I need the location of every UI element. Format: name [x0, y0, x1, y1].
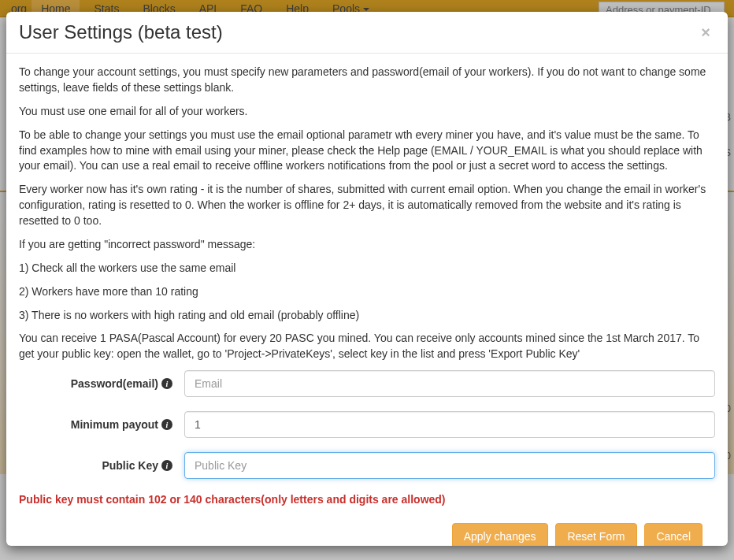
- modal-title: User Settings (beta test): [19, 21, 223, 43]
- intro-p9: You can receive 1 PASA(Pascal Account) f…: [19, 331, 715, 362]
- info-icon[interactable]: i: [161, 460, 172, 471]
- intro-p6: 1) Check all the workers use the same em…: [19, 261, 715, 276]
- pubkey-group: Public Key i: [19, 452, 715, 479]
- intro-p8: 3) There is no workers with high rating …: [19, 308, 715, 324]
- password-input[interactable]: [184, 370, 715, 397]
- intro-p7: 2) Workers have more than 10 rating: [19, 284, 715, 300]
- payout-group: Minimum payout i: [19, 411, 715, 438]
- payout-label: Minimum payout i: [19, 418, 184, 431]
- intro-p1: To change your account settings, you mus…: [19, 65, 715, 96]
- reset-button[interactable]: Reset Form: [555, 523, 636, 546]
- close-button[interactable]: ×: [696, 24, 715, 41]
- pubkey-label: Public Key i: [19, 459, 184, 472]
- modal-footer: Apply changes Reset Form Cancel: [19, 515, 715, 546]
- pubkey-error: Public key must contain 102 or 140 chara…: [19, 493, 715, 506]
- apply-button[interactable]: Apply changes: [452, 523, 548, 546]
- intro-p3: To be able to change your settings you m…: [19, 128, 715, 175]
- modal-body: To change your account settings, you mus…: [6, 54, 728, 546]
- modal-header: User Settings (beta test) ×: [6, 12, 728, 54]
- password-label: Password(email) i: [19, 377, 184, 390]
- intro-p4: Every worker now has it's own rating - i…: [19, 182, 715, 229]
- password-group: Password(email) i: [19, 370, 715, 397]
- cancel-button[interactable]: Cancel: [644, 523, 702, 546]
- info-icon[interactable]: i: [161, 378, 172, 389]
- intro-p5: If you are getting "incorrect password" …: [19, 237, 715, 253]
- user-settings-modal: User Settings (beta test) × To change yo…: [6, 12, 728, 546]
- pubkey-input[interactable]: [184, 452, 715, 479]
- payout-input[interactable]: [184, 411, 715, 438]
- intro-p2: You must use one email for all of your w…: [19, 104, 715, 120]
- info-icon[interactable]: i: [161, 419, 172, 430]
